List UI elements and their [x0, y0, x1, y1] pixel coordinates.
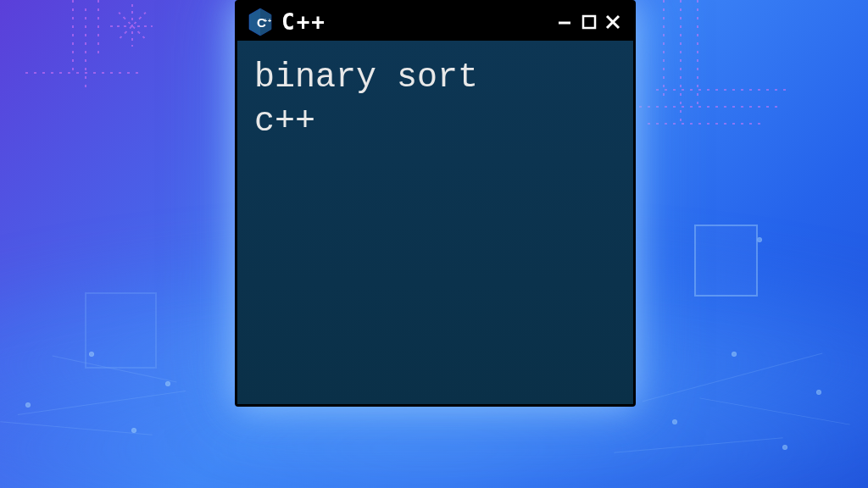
- terminal-content: binary sort c++: [254, 56, 616, 144]
- window-title: C++: [281, 9, 326, 35]
- close-button[interactable]: [603, 12, 623, 32]
- terminal-body[interactable]: binary sort c++: [237, 41, 633, 404]
- window-controls: [555, 12, 623, 32]
- title-bar[interactable]: C + + C++: [237, 3, 633, 41]
- svg-rect-6: [583, 16, 595, 28]
- terminal-window: C + + C++ binary sort c++: [235, 0, 636, 407]
- maximize-button[interactable]: [579, 12, 599, 32]
- svg-text:+: +: [268, 18, 271, 24]
- minimize-button[interactable]: [555, 12, 576, 32]
- cpp-logo-icon: C + +: [248, 8, 273, 36]
- svg-text:+: +: [264, 18, 267, 24]
- title-left: C + + C++: [248, 8, 326, 36]
